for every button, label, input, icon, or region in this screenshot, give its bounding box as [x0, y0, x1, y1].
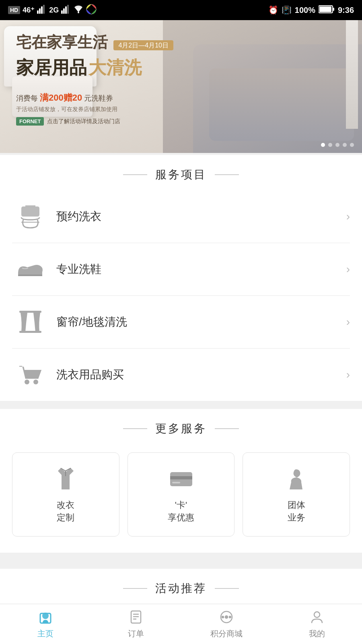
svg-rect-4 [61, 10, 63, 14]
group-label: 团体业务 [288, 499, 305, 524]
service-item-laundry[interactable]: 预约洗衣 › [12, 190, 350, 243]
svg-point-28 [225, 616, 228, 618]
svg-rect-6 [65, 6, 67, 14]
svg-point-22 [42, 613, 49, 619]
color-icon [86, 4, 97, 17]
service-item-curtain[interactable]: 窗帘/地毯清洗 › [12, 296, 350, 349]
more-service-card-discount[interactable]: '卡'享优惠 [128, 452, 235, 537]
section-separator-2 [0, 553, 362, 561]
svg-rect-11 [319, 6, 331, 12]
svg-point-30 [229, 616, 231, 618]
service-section: 服务项目 预约洗衣 › [0, 155, 362, 401]
activity-line-left [123, 588, 147, 589]
svg-rect-19 [170, 476, 192, 479]
activity-line-right [215, 588, 239, 589]
laundry-icon [12, 202, 48, 231]
more-line-right [215, 428, 239, 429]
svg-rect-1 [39, 8, 41, 14]
more-services-title: 更多服务 [155, 421, 207, 436]
battery-text: 100% [295, 6, 315, 15]
battery-icon [319, 5, 335, 16]
products-chevron: › [346, 368, 350, 381]
banner-title2: 家居用品 [16, 58, 87, 77]
products-label: 洗衣用品购买 [56, 367, 346, 382]
svg-rect-12 [333, 8, 334, 11]
orders-icon [128, 609, 144, 625]
vibrate-icon: 📳 [282, 5, 292, 15]
section-line-left [123, 174, 147, 175]
tailoring-label: 改衣定制 [57, 499, 74, 524]
home-icon [37, 609, 53, 625]
shoes-label: 专业洗鞋 [56, 262, 346, 277]
svg-rect-0 [37, 10, 39, 14]
cart-icon [12, 361, 48, 389]
status-left: HD 46⁺ 2G [8, 4, 97, 17]
nav-mine[interactable]: 我的 [272, 605, 362, 643]
service-list: 预约洗衣 › 专业洗鞋 › [0, 190, 362, 401]
service-section-title: 服务项目 [155, 167, 207, 182]
group-icon [282, 465, 311, 493]
points-icon [218, 609, 234, 625]
banner-logo-brand: FORNET [16, 117, 44, 126]
signal-bars1 [37, 5, 47, 16]
banner-text-area: 宅在家享生活 4月2日—4月10日 家居用品 大清洗 消费每 满200赠20 元… [0, 20, 362, 153]
svg-rect-5 [63, 8, 65, 14]
points-label: 积分商城 [210, 628, 243, 639]
banner-promo: 消费每 满200赠20 元洗鞋券 [16, 92, 113, 104]
service-item-products[interactable]: 洗衣用品购买 › [12, 349, 350, 401]
svg-point-31 [314, 612, 320, 617]
service-item-shoes[interactable]: 专业洗鞋 › [12, 243, 350, 296]
more-services-grid: 改衣定制 '卡'享优惠 [0, 444, 362, 541]
curtain-label: 窗帘/地毯清洗 [56, 314, 346, 330]
section-line-right [215, 174, 239, 175]
card-discount-label: '卡'享优惠 [168, 499, 194, 524]
svg-point-29 [222, 616, 224, 618]
dot-1[interactable] [321, 143, 325, 147]
status-bar: HD 46⁺ 2G [0, 0, 362, 20]
curtain-chevron: › [346, 316, 350, 328]
svg-rect-2 [41, 6, 43, 14]
banner-promo-highlight: 满200赠20 [40, 93, 82, 103]
activity-section-title: 活动推荐 [155, 581, 207, 596]
tailoring-icon [51, 465, 80, 493]
nav-orders[interactable]: 订单 [90, 605, 181, 643]
dot-3[interactable] [335, 143, 339, 147]
banner-logo: FORNET 点击了解活动详情及活动门店 [16, 117, 120, 126]
svg-rect-20 [172, 482, 180, 483]
more-line-left [123, 428, 147, 429]
svg-rect-7 [67, 5, 69, 14]
more-service-group[interactable]: 团体业务 [243, 452, 350, 537]
more-services-section: 更多服务 改衣定制 [0, 409, 362, 553]
shoes-chevron: › [346, 263, 350, 276]
dot-4[interactable] [343, 143, 347, 147]
svg-rect-15 [19, 331, 41, 333]
banner-sub: 于活动店铺发放，可在发券店铺累加使用 [16, 106, 117, 113]
laundry-label: 预约洗衣 [56, 209, 346, 224]
signal-4g: 46⁺ [23, 6, 35, 14]
svg-rect-3 [43, 5, 45, 14]
svg-point-8 [78, 12, 79, 13]
card-icon [167, 465, 195, 493]
more-service-tailoring[interactable]: 改衣定制 [12, 452, 119, 537]
mine-icon [309, 609, 325, 625]
laundry-chevron: › [346, 210, 350, 223]
shoes-icon [12, 255, 48, 283]
nav-home[interactable]: 主页 [0, 605, 90, 643]
dot-5[interactable] [350, 143, 354, 147]
svg-rect-14 [19, 311, 41, 313]
status-right: ⏰ 📳 100% 9:36 [268, 5, 354, 16]
svg-point-16 [25, 380, 29, 384]
hd-badge: HD [8, 6, 20, 14]
nav-points[interactable]: 积分商城 [181, 605, 272, 643]
orders-label: 订单 [128, 628, 144, 639]
section-separator-1 [0, 401, 362, 409]
banner[interactable]: 宅在家享生活 4月2日—4月10日 家居用品 大清洗 消费每 满200赠20 元… [0, 20, 362, 153]
dot-2[interactable] [328, 143, 332, 147]
wifi-icon [73, 5, 84, 16]
signal-2g: 2G [49, 6, 59, 14]
home-label: 主页 [37, 628, 53, 639]
banner-date-badge: 4月2日—4月10日 [113, 40, 173, 50]
banner-title1: 宅在家享生活 [16, 34, 108, 51]
alarm-icon: ⏰ [268, 5, 278, 15]
bottom-nav: 主页 订单 积分商城 [0, 604, 362, 644]
